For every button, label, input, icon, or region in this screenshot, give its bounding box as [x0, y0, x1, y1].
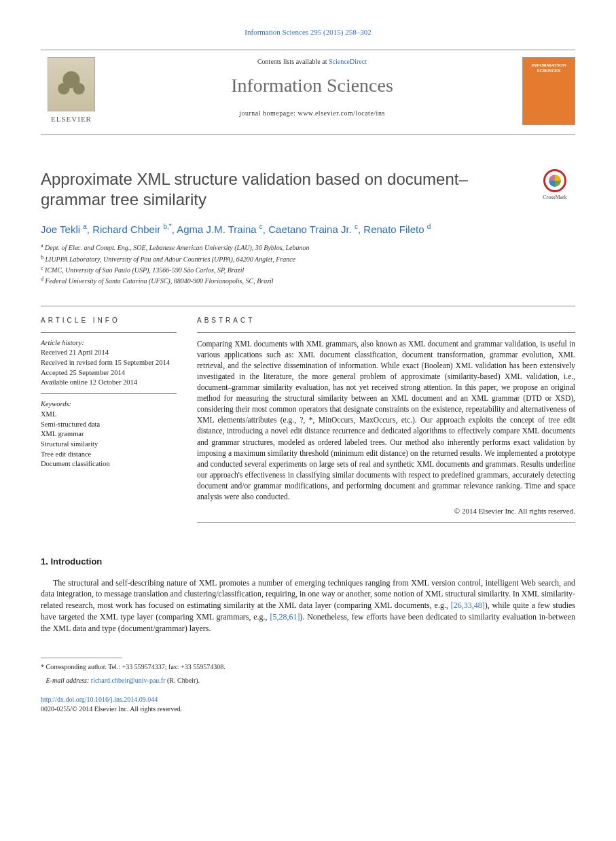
author[interactable]: Richard Chbeir b,*: [92, 223, 171, 235]
history-item: Received in revised form 15 September 20…: [41, 359, 170, 366]
affiliations: a Dept. of Elec. and Compt. Eng., SOE, L…: [41, 242, 575, 286]
abstract-heading: ABSTRACT: [197, 316, 575, 325]
authors-line: Joe Tekli a, Richard Chbeir b,*, Agma J.…: [41, 222, 575, 236]
crossmark-badge[interactable]: CrossMark: [535, 169, 575, 201]
article-history: Article history: Received 21 April 2014 …: [41, 338, 177, 388]
keywords-block: Keywords: XML Semi-structured data XML g…: [41, 399, 177, 469]
cover-title: INFORMATION SCIENCES: [526, 63, 572, 73]
affiliation: d Federal University of Santa Catarina (…: [41, 275, 575, 286]
keyword: Semi-structured data: [41, 420, 100, 428]
contents-prefix: Contents lists available at: [257, 58, 329, 65]
author[interactable]: Agma J.M. Traina c: [177, 223, 263, 235]
header-center: Contents lists available at ScienceDirec…: [114, 57, 510, 118]
article-info-heading: ARTICLE INFO: [41, 316, 177, 325]
keywords-label: Keywords:: [41, 400, 71, 408]
article-info-column: ARTICLE INFO Article history: Received 2…: [41, 306, 177, 529]
abstract-column: ABSTRACT Comparing XML documents with XM…: [197, 306, 575, 529]
email-link[interactable]: richard.chbeir@univ-pau.fr: [91, 677, 166, 684]
journal-cover-thumbnail: INFORMATION SCIENCES: [522, 57, 575, 125]
keyword: XML: [41, 410, 56, 418]
intro-paragraph: The structural and self-describing natur…: [41, 577, 575, 634]
email-owner: (R. Chbeir).: [167, 677, 200, 684]
journal-header: ELSEVIER Contents lists available at Sci…: [41, 50, 575, 135]
citation-link[interactable]: [26,33,48]: [451, 601, 485, 610]
citation-header: Information Sciences 295 (2015) 258–302: [41, 27, 575, 37]
crossmark-icon: [543, 169, 566, 192]
citation-link[interactable]: [5,28,61]: [270, 612, 300, 622]
abstract-copyright: © 2014 Elsevier Inc. All rights reserved…: [197, 506, 575, 516]
homepage-prefix: journal homepage:: [239, 109, 297, 117]
publisher-name: ELSEVIER: [51, 114, 92, 124]
elsevier-tree-icon: [48, 57, 95, 111]
article-title: Approximate XML structure validation bas…: [41, 169, 521, 210]
history-label: Article history:: [41, 339, 84, 346]
affiliation: b LIUPPA Laboratory, University of Pau a…: [41, 253, 575, 264]
keyword: XML grammar: [41, 430, 84, 437]
journal-name: Information Sciences: [114, 72, 510, 99]
keyword: Structural similarity: [41, 440, 98, 448]
sciencedirect-link[interactable]: ScienceDirect: [329, 58, 367, 65]
crossmark-label: CrossMark: [543, 194, 567, 201]
keyword: Tree edit distance: [41, 450, 91, 458]
contents-line: Contents lists available at ScienceDirec…: [114, 57, 510, 67]
history-item: Available online 12 October 2014: [41, 378, 137, 386]
author[interactable]: Caetano Traina Jr. c: [268, 223, 358, 235]
homepage-url[interactable]: www.elsevier.com/locate/ins: [297, 109, 384, 117]
abstract-text: Comparing XML documents with XML grammar…: [197, 338, 575, 502]
section-heading-intro: 1. Introduction: [41, 556, 575, 568]
email-line: E-mail address: richard.chbeir@univ-pau.…: [41, 676, 575, 685]
affiliation: c ICMC, University of Sao Paulo (USP), 1…: [41, 264, 575, 275]
affiliation: a Dept. of Elec. and Compt. Eng., SOE, L…: [41, 242, 575, 253]
publisher-logo-block: ELSEVIER: [41, 57, 102, 124]
issn-copyright-line: 0020-0255/© 2014 Elsevier Inc. All right…: [41, 704, 575, 714]
history-item: Accepted 25 September 2014: [41, 369, 125, 376]
author[interactable]: Joe Tekli a: [41, 223, 87, 235]
keyword: Document classification: [41, 460, 110, 467]
history-item: Received 21 April 2014: [41, 348, 109, 356]
doi-line: http://dx.doi.org/10.1016/j.ins.2014.09.…: [41, 695, 575, 704]
homepage-line: journal homepage: www.elsevier.com/locat…: [114, 109, 510, 118]
footnote-separator: [41, 658, 122, 658]
doi-link[interactable]: http://dx.doi.org/10.1016/j.ins.2014.09.…: [41, 696, 158, 703]
email-label: E-mail address:: [46, 677, 90, 684]
author[interactable]: Renato Fileto d: [363, 223, 431, 235]
corresponding-author-note: * Corresponding author. Tel.: +33 559574…: [41, 662, 575, 672]
